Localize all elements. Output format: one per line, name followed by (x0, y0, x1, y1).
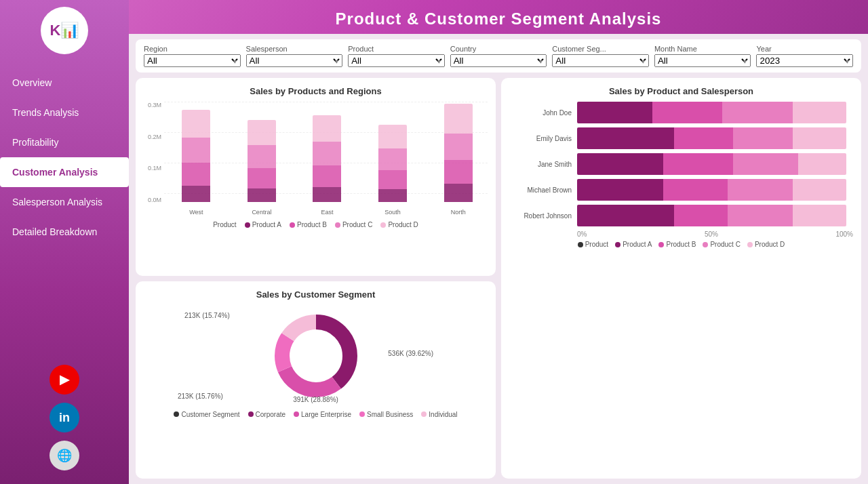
hbar-segment (793, 205, 846, 226)
bar-segment (378, 170, 407, 189)
left-column: Sales by Products and Regions 0.3M 0.2M … (136, 78, 496, 479)
hbar-segment (663, 179, 728, 201)
bar-chart-card: Sales by Products and Regions 0.3M 0.2M … (136, 78, 496, 276)
hbar-segment (798, 153, 846, 175)
bar-legend-item: Product D (380, 221, 418, 228)
globe-icon[interactable]: 🌐 (50, 441, 79, 470)
header: Product & Customer Segment Analysis (129, 0, 868, 34)
hbar-row: Jane Smith (516, 153, 846, 175)
hbar-row: Michael Brown (516, 179, 846, 201)
bar-segment (248, 188, 276, 202)
bar-group (429, 104, 488, 202)
sidebar-nav-profitability[interactable]: Profitability (0, 127, 129, 157)
bar-segment (378, 148, 407, 170)
hbar-segment (793, 179, 846, 201)
hbar-segment (733, 153, 797, 175)
bar-segment (313, 165, 341, 187)
sidebar: K📊 OverviewTrends AnalysisProfitabilityC… (0, 0, 129, 484)
donut-label-bottom-left: 213K (15.76%) (178, 392, 223, 400)
page-title: Product & Customer Segment Analysis (142, 9, 854, 28)
donut-area: 213K (15.74%) 213K (15.76%) 536K (39.62%… (144, 305, 488, 407)
year-filter: Year 2023 (756, 45, 853, 67)
region-label: Central (233, 209, 292, 216)
hbar-chart-title: Sales by Product and Salesperson (509, 86, 853, 96)
month-select[interactable]: All (654, 54, 751, 67)
donut-svg (272, 312, 360, 400)
hbar-segment (733, 127, 792, 149)
hbar-person-name: John Doe (516, 109, 577, 117)
bar-chart-area: 0.3M 0.2M 0.1M 0.0M WestCentralEastSouth… (144, 102, 488, 217)
hbar-stack (577, 102, 846, 123)
hbar-segment (652, 102, 722, 123)
hbar-segment (722, 102, 792, 123)
region-label: North (429, 209, 488, 216)
bar-segment (444, 134, 473, 160)
sidebar-nav-customer-analysis[interactable]: Customer Analysis (0, 157, 129, 187)
hbar-segment (663, 153, 733, 175)
right-column: Sales by Product and Salesperson John Do… (501, 78, 861, 479)
hbar-stack (577, 153, 846, 175)
hbar-person-name: Emily Davis (516, 135, 577, 142)
hbar-segment (728, 179, 792, 201)
bar-segment (182, 138, 210, 163)
hbar-segment (577, 205, 674, 226)
legend-dot (294, 411, 299, 417)
customer-seg-select[interactable]: All (552, 54, 649, 67)
hbar-segment (577, 153, 663, 175)
hbar-segment (577, 102, 652, 123)
hbar-person-name: Robert Johnson (516, 212, 577, 220)
hbar-person-name: Jane Smith (516, 161, 577, 168)
bar-group (233, 120, 292, 202)
hbar-segment (577, 127, 674, 149)
sidebar-nav-detailed-breakdown[interactable]: Detailed Breakdown (0, 217, 129, 247)
hbar-person-name: Michael Brown (516, 186, 577, 194)
sidebar-nav-overview[interactable]: Overview (0, 68, 129, 98)
hbar-segment (793, 127, 846, 149)
filter-bar: Region All Salesperson All Product All (136, 39, 861, 73)
sidebar-nav-salesperson-analysis[interactable]: Salesperson Analysis (0, 187, 129, 217)
hbar-segment (674, 127, 733, 149)
youtube-icon[interactable]: ▶ (50, 365, 79, 395)
bar-group (167, 110, 226, 202)
product-label: Product (348, 45, 445, 53)
month-label: Month Name (654, 45, 751, 53)
salesperson-select[interactable]: All (246, 54, 343, 67)
hbar-segment (674, 205, 728, 226)
bar-segment (248, 168, 276, 188)
hbar-row: Emily Davis (516, 127, 846, 149)
salesperson-label: Salesperson (246, 45, 343, 53)
bar-segment (248, 145, 276, 168)
bar-segment (182, 163, 210, 186)
hbar-x-axis: 0% 50% 100% (509, 230, 853, 238)
bar-segment (313, 142, 341, 165)
bar-chart-title: Sales by Products and Regions (144, 86, 488, 96)
year-select[interactable]: 2023 (756, 54, 853, 67)
hbar-segment (728, 205, 792, 226)
region-select[interactable]: All (144, 54, 241, 67)
region-label: South (363, 209, 422, 216)
donut-chart-card: Sales by Customer Segment 213K (15.74%) … (136, 281, 496, 479)
product-select[interactable]: All (348, 54, 445, 67)
bar-chart-legend: ProductProduct AProduct BProduct CProduc… (144, 221, 488, 228)
country-select[interactable]: All (450, 54, 547, 67)
bar-groups (144, 102, 488, 202)
bar-segment (378, 189, 407, 202)
region-filter: Region All (144, 45, 241, 67)
hbar-row: John Doe (516, 102, 846, 123)
hbar-row: Robert Johnson (516, 205, 846, 226)
legend-dot (248, 411, 254, 417)
hbar-stack (577, 205, 846, 226)
sidebar-nav-trends-analysis[interactable]: Trends Analysis (0, 98, 129, 127)
salesperson-filter: Salesperson All (246, 45, 343, 67)
hbar-stack (577, 179, 846, 201)
bar-segment (182, 110, 210, 138)
bar-segment (313, 115, 341, 142)
bar-group (363, 125, 422, 202)
bar-legend-item: Product A (245, 221, 281, 228)
main-content: Product & Customer Segment Analysis Regi… (129, 0, 868, 484)
country-filter: Country All (450, 45, 547, 67)
linkedin-icon[interactable]: in (50, 403, 79, 432)
legend-dot (421, 411, 427, 417)
donut-label-bottom: 391K (28.88%) (293, 396, 338, 403)
bar-segment (378, 125, 407, 148)
